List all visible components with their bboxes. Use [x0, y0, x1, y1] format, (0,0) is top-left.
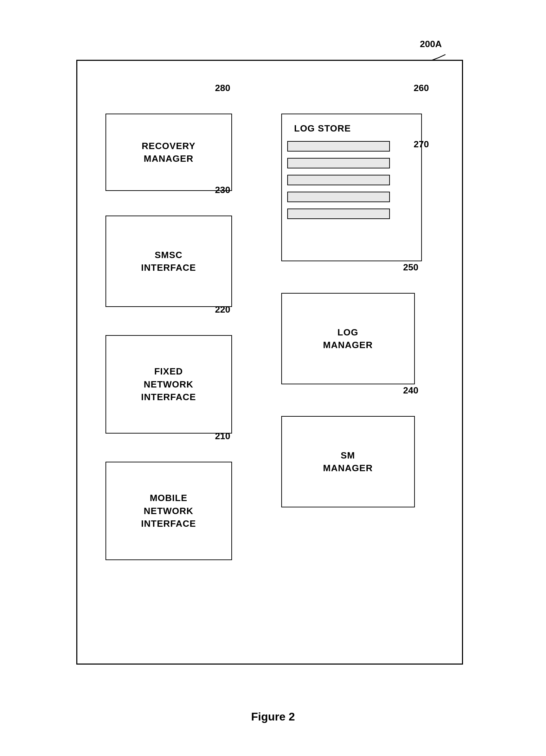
- ref-label-230: 230: [215, 185, 230, 196]
- label-200a: 200A: [420, 39, 442, 50]
- ref-label-210: 210: [215, 431, 230, 442]
- log-store-rows: [287, 141, 390, 219]
- diagram-container: 200A RECO: [62, 32, 484, 700]
- log-row-5: [287, 209, 390, 219]
- log-row-3: [287, 175, 390, 185]
- figure-caption: Figure 2: [251, 710, 295, 723]
- main-diagram-box: RECOVERYMANAGER SMSCINTERFACE FIXEDNETWO…: [76, 60, 463, 665]
- fixed-network-interface-label: FIXEDNETWORKINTERFACE: [141, 365, 196, 403]
- log-row-2: [287, 158, 390, 168]
- smsc-interface-box: SMSCINTERFACE: [105, 216, 232, 307]
- mobile-network-interface-label: MOBILENETWORKINTERFACE: [141, 492, 196, 530]
- log-row-4: [287, 192, 390, 202]
- smsc-interface-label: SMSCINTERFACE: [141, 249, 196, 274]
- log-store-box: LOG STORE: [281, 114, 422, 261]
- recovery-manager-label: RECOVERYMANAGER: [142, 140, 195, 165]
- recovery-manager-box: RECOVERYMANAGER: [105, 114, 232, 191]
- mobile-network-interface-box: MOBILENETWORKINTERFACE: [105, 462, 232, 560]
- ref-label-260: 260: [414, 83, 429, 94]
- ref-label-280: 280: [215, 83, 230, 94]
- log-row-1: [287, 141, 390, 152]
- fixed-network-interface-box: FIXEDNETWORKINTERFACE: [105, 335, 232, 434]
- ref-label-240: 240: [403, 385, 418, 396]
- log-manager-label: LOGMANAGER: [323, 326, 373, 352]
- sm-manager-label: SMMANAGER: [323, 449, 373, 475]
- sm-manager-box: SMMANAGER: [281, 416, 415, 507]
- page-wrapper: 200A RECO: [27, 18, 519, 738]
- ref-label-250: 250: [403, 262, 418, 273]
- ref-label-220: 220: [215, 304, 230, 315]
- log-store-title-label: LOG STORE: [294, 123, 351, 134]
- log-manager-box: LOGMANAGER: [281, 293, 415, 384]
- ref-label-270: 270: [414, 139, 429, 150]
